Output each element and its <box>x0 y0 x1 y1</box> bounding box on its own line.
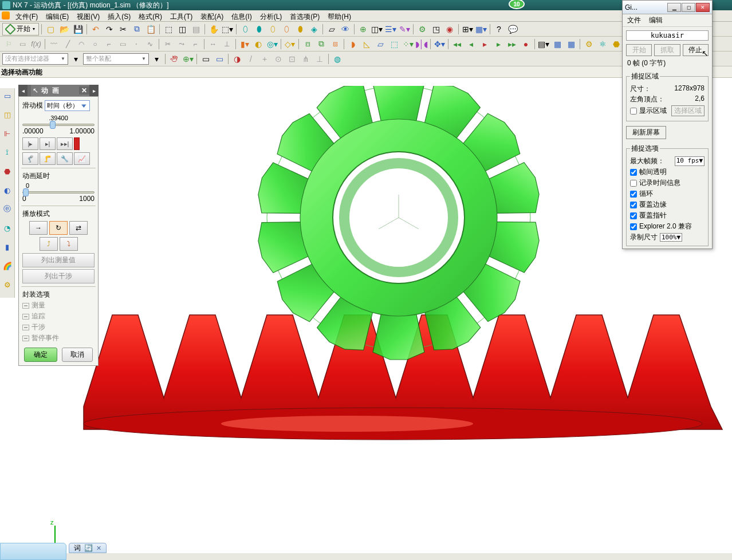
gif-max-icon[interactable]: ◻ <box>682 3 695 12</box>
vs-reuse-icon[interactable]: ⬣ <box>1 165 14 178</box>
mode-graph1-icon[interactable]: ⤴ <box>40 237 58 251</box>
shade2-icon[interactable]: ⬮ <box>253 23 265 36</box>
menu-assembly[interactable]: 装配(A) <box>196 10 227 21</box>
gif-covercursor-check[interactable] <box>630 212 637 219</box>
pref2-icon[interactable]: ◳ <box>430 23 442 36</box>
snap3-icon[interactable]: + <box>258 53 271 65</box>
gif-coveredge-check[interactable] <box>630 202 637 208</box>
m-chamf-icon[interactable]: ◺ <box>360 38 373 50</box>
help1-icon[interactable]: ? <box>493 23 505 36</box>
filter-combo[interactable]: 没有选择过滤器 <box>2 53 68 65</box>
win2-icon[interactable]: ▦▾ <box>475 23 487 36</box>
gif-menu-file[interactable]: 文件 <box>627 15 641 25</box>
menu-prefs[interactable]: 首选项(P) <box>286 10 324 21</box>
panel-prev-icon[interactable]: ◂ <box>18 85 27 96</box>
pb-play-icon[interactable]: ▸ <box>478 38 491 50</box>
gif-menu-edit[interactable]: 编辑 <box>649 15 663 25</box>
anim-frame-icon[interactable]: 🦵 <box>40 152 56 165</box>
sk-circle-icon[interactable]: ○ <box>89 38 101 50</box>
gif-grab-button[interactable]: 抓取 <box>654 44 680 56</box>
sk-fillet-icon[interactable]: ⌐ <box>103 38 115 50</box>
wire1-icon[interactable]: ⬯ <box>266 23 279 36</box>
iso-icon[interactable]: ◈ <box>308 23 320 36</box>
opt-measure-check[interactable] <box>22 303 29 309</box>
opt-track-check[interactable] <box>22 314 29 320</box>
vs-part-icon[interactable]: ⟟ <box>1 146 14 159</box>
gif-start-button[interactable]: 开始 <box>626 44 652 56</box>
help2-icon[interactable]: 💬 <box>506 23 519 36</box>
list-interf-button[interactable]: 列出干涉 <box>22 269 95 283</box>
vs-nav-icon[interactable]: ▭ <box>1 89 14 102</box>
undo-icon[interactable]: ↶ <box>89 23 102 36</box>
menu-analyze[interactable]: 分析(L) <box>256 10 286 21</box>
cut-icon[interactable]: ✂ <box>117 23 129 36</box>
gr-b-icon[interactable]: ▦ <box>565 38 577 50</box>
ok-button[interactable]: 确定 <box>24 348 57 362</box>
vs-asm-icon[interactable]: ◫ <box>1 108 14 121</box>
trim-icon[interactable]: ▱ <box>325 23 338 36</box>
mode-once-icon[interactable]: → <box>29 221 48 235</box>
fn-a-icon[interactable]: ⚙ <box>583 38 595 50</box>
layer-icon[interactable]: ☰▾ <box>384 23 397 36</box>
shade1-icon[interactable]: ⬯ <box>239 23 251 36</box>
copy-icon[interactable]: ⧉ <box>131 23 143 36</box>
menu-help[interactable]: 帮助(H) <box>324 10 355 21</box>
snap1-icon[interactable]: ◑ <box>231 53 243 65</box>
m-union-icon[interactable]: ⧈ <box>301 38 314 50</box>
clip-icon[interactable]: ◫▾ <box>371 23 383 36</box>
m-extrude-icon[interactable]: ▮▾ <box>238 38 251 50</box>
menu-tools[interactable]: 工具(T) <box>166 10 196 21</box>
sel-up-icon[interactable]: 🖑 <box>168 53 180 65</box>
play-stop-icon[interactable] <box>74 137 80 150</box>
assembly-combo[interactable]: 整个装配 <box>83 53 149 65</box>
mk1-icon[interactable]: ▭ <box>199 53 212 65</box>
vs-con-icon[interactable]: ⊩ <box>1 127 14 140</box>
slide-mode-combo[interactable]: 时间（秒） <box>45 100 90 111</box>
slide-slider[interactable] <box>22 124 95 126</box>
sk-finish-icon[interactable]: ⚐ <box>2 38 15 50</box>
panel-close-icon[interactable]: ✕ <box>79 86 89 94</box>
m-datum-icon[interactable]: ◇▾ <box>284 38 296 50</box>
filter-drop-icon[interactable]: ▾ <box>69 53 82 65</box>
dock-close-icon[interactable]: ✕ <box>96 545 101 552</box>
mode-loop-icon[interactable]: ↻ <box>49 221 68 235</box>
m-shell-icon[interactable]: ⬚ <box>388 38 400 50</box>
wire2-icon[interactable]: ⬯ <box>280 23 293 36</box>
m-patt-icon[interactable]: ⁘▾ <box>402 38 414 50</box>
vs-hist-icon[interactable]: ◔ <box>1 222 14 234</box>
m-blend-icon[interactable]: ◗ <box>347 38 359 50</box>
asm-icon[interactable]: ◍ <box>331 53 344 65</box>
mode-graph2-icon[interactable]: ⤵ <box>60 237 78 251</box>
opt-interf-check[interactable] <box>22 325 29 330</box>
wcs-icon[interactable]: ⊕ <box>357 23 369 36</box>
dock-handle[interactable] <box>0 543 66 560</box>
sk-trim-icon[interactable]: ✂ <box>162 38 174 50</box>
pb-fwd-icon[interactable]: ▸ <box>492 38 505 50</box>
redo-icon[interactable]: ↷ <box>103 23 116 36</box>
delay-slider[interactable] <box>22 191 95 194</box>
cmd3-icon[interactable]: ▤ <box>190 23 202 36</box>
sk-arc-icon[interactable]: ◠ <box>75 38 88 50</box>
snap4-icon[interactable]: ⊙ <box>272 53 285 65</box>
m-mirr-icon[interactable]: ◗│◖ <box>415 38 428 50</box>
gif-explorer-check[interactable] <box>630 223 637 230</box>
pb-back-icon[interactable]: ◂ <box>465 38 477 50</box>
sk-spline-icon[interactable]: ∿ <box>144 38 156 50</box>
opt-pause-check[interactable] <box>22 336 29 341</box>
cmd4-icon[interactable]: ⬚▾ <box>221 23 234 36</box>
sk-rect-icon[interactable]: ▭ <box>116 38 129 50</box>
gif-stop-button[interactable]: 停止 <box>683 44 709 56</box>
sel-pt-icon[interactable]: ⊕▾ <box>182 53 194 65</box>
anim-line-icon[interactable]: 📈 <box>74 152 90 165</box>
panel-next-icon[interactable]: ▸ <box>89 85 99 96</box>
mode-pingpong-icon[interactable]: ⇄ <box>69 221 88 235</box>
m-draft-icon[interactable]: ▱ <box>374 38 387 50</box>
sk-name-icon[interactable]: ▭ <box>16 38 29 50</box>
menu-insert[interactable]: 插入(S) <box>104 10 135 21</box>
pref3-icon[interactable]: ◉ <box>443 23 456 36</box>
pb-last-icon[interactable]: ▸▸ <box>506 38 518 50</box>
pb-rec-icon[interactable]: ● <box>520 38 532 50</box>
menu-info[interactable]: 信息(I) <box>227 10 255 21</box>
gif-name-field[interactable]: kukuasir <box>626 30 709 41</box>
gif-transparent-check[interactable] <box>630 169 637 176</box>
